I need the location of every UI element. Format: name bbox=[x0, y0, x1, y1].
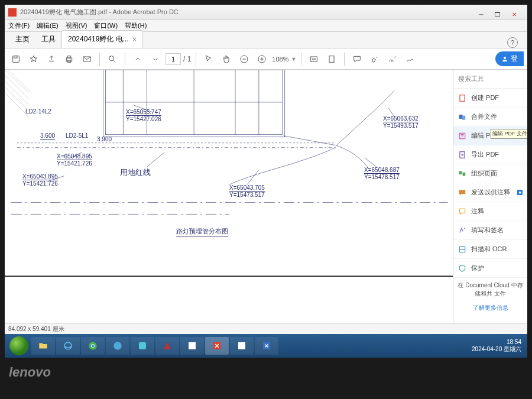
tool-send-comments[interactable]: 发送以供注释● bbox=[453, 183, 527, 202]
tool-scan-ocr[interactable]: 扫描和 OCR bbox=[453, 240, 527, 259]
tabbar: 主页 工具 20240419孵化 电... × ? bbox=[5, 32, 527, 48]
taskbar-acrobat[interactable] bbox=[205, 337, 229, 355]
tab-document[interactable]: 20240419孵化 电... × bbox=[61, 30, 143, 48]
dim-3900: 3.900 bbox=[97, 136, 112, 142]
coord3-x: X=65043.895 bbox=[22, 173, 58, 180]
learn-more-link[interactable]: 了解更多信息 bbox=[453, 301, 527, 314]
page-indicator: / 1 bbox=[166, 53, 191, 65]
svg-point-45 bbox=[92, 345, 95, 348]
tab-tools[interactable]: 工具 bbox=[35, 31, 61, 48]
zoom-level: 108% bbox=[272, 56, 288, 63]
page-down-icon[interactable] bbox=[148, 51, 163, 67]
tool-create-pdf[interactable]: 创建 PDF bbox=[453, 89, 527, 108]
svg-point-11 bbox=[504, 57, 506, 59]
menu-window[interactable]: 窗口(W) bbox=[94, 21, 118, 30]
svg-line-28 bbox=[5, 70, 29, 93]
tools-search[interactable]: 搜索工具 bbox=[453, 70, 527, 89]
sign-icon[interactable] bbox=[385, 51, 400, 67]
tool-comment[interactable]: 注释 bbox=[453, 202, 527, 221]
laptop-brand: lenovo bbox=[9, 365, 51, 380]
tab-home[interactable]: 主页 bbox=[9, 31, 35, 48]
menu-edit[interactable]: 编辑(E) bbox=[37, 21, 59, 30]
svg-point-6 bbox=[109, 56, 114, 60]
menu-view[interactable]: 视图(V) bbox=[66, 21, 87, 30]
tool-edit-pdf[interactable]: 编辑 PDF 编辑 PDF 文件中的文 bbox=[453, 126, 527, 145]
pdf-doc-icon bbox=[8, 8, 17, 17]
system-tray[interactable]: 18:54 2024-04-20 星期六 bbox=[472, 339, 525, 353]
minimize-button[interactable]: ─ bbox=[473, 9, 489, 20]
zoom-in-icon[interactable] bbox=[254, 51, 270, 67]
help-icon[interactable]: ? bbox=[507, 37, 518, 48]
taskbar-app4[interactable] bbox=[230, 337, 254, 355]
highlight-icon[interactable] bbox=[367, 51, 382, 67]
taskbar-autocad[interactable] bbox=[155, 337, 179, 355]
pdf-status-bar: 84.092 x 59.401 厘米 bbox=[5, 323, 527, 334]
svg-line-25 bbox=[365, 158, 377, 167]
save-icon[interactable] bbox=[8, 51, 24, 67]
svg-rect-10 bbox=[329, 56, 334, 62]
taskbar-app2[interactable] bbox=[131, 337, 154, 355]
coord1-y: Y=15427.026 bbox=[126, 116, 161, 122]
taskbar-app1[interactable] bbox=[106, 337, 129, 355]
toolbar: / 1 108% ▼ 登 bbox=[5, 48, 527, 70]
svg-rect-39 bbox=[459, 171, 462, 174]
maximize-button[interactable]: 🗖 bbox=[489, 9, 506, 20]
page-total: / 1 bbox=[183, 55, 191, 63]
taskbar-chrome[interactable] bbox=[81, 337, 105, 355]
coord1-x: X=65055.747 bbox=[126, 109, 161, 116]
titlebar: 20240419孵化 电气施工图.pdf - Adobe Acrobat Pro… bbox=[5, 5, 527, 20]
label-ld2-5l1: LD2-5L1 bbox=[66, 132, 88, 139]
taskbar-app3[interactable] bbox=[180, 337, 204, 355]
window-title: 20240419孵化 电气施工图.pdf - Adobe Acrobat Pro… bbox=[20, 8, 179, 17]
start-button[interactable] bbox=[7, 336, 31, 356]
svg-rect-50 bbox=[238, 342, 245, 349]
page-up-icon[interactable] bbox=[130, 51, 145, 67]
coord4-x: X=65043.705 bbox=[229, 184, 265, 192]
tab-document-label: 20240419孵化 电... bbox=[68, 34, 129, 44]
zoom-out-icon[interactable] bbox=[236, 51, 252, 67]
fit-width-icon[interactable] bbox=[306, 51, 322, 67]
mail-icon[interactable] bbox=[79, 51, 95, 67]
svg-rect-2 bbox=[66, 58, 72, 61]
print-icon[interactable] bbox=[61, 51, 77, 67]
coord6-y: Y=15493.517 bbox=[383, 122, 419, 129]
comment-icon[interactable] bbox=[349, 51, 365, 67]
menu-file[interactable]: 文件(F) bbox=[8, 21, 30, 30]
tool-protect[interactable]: 保护 bbox=[453, 259, 527, 278]
svg-rect-36 bbox=[462, 115, 465, 119]
document-viewport[interactable]: LD2-14L2 3.600 LD2-5L1 3.900 X=65055.747… bbox=[5, 70, 453, 323]
hand-icon[interactable] bbox=[219, 51, 234, 67]
drawing-title: 路灯预埋管分布图 bbox=[176, 227, 228, 236]
page-current-input[interactable] bbox=[166, 53, 181, 65]
svg-rect-3 bbox=[67, 56, 70, 57]
taskbar-explorer[interactable] bbox=[31, 337, 55, 355]
tab-close-icon[interactable]: × bbox=[132, 35, 137, 44]
coord2-x: X=65048.895 bbox=[57, 153, 92, 160]
coord5-y: Y=15478.517 bbox=[364, 174, 400, 180]
signin-button[interactable]: 登 bbox=[495, 51, 524, 66]
tool-export-pdf[interactable]: 导出 PDF bbox=[453, 145, 527, 164]
dim-3600: 3.600 bbox=[40, 132, 55, 140]
tool-organize[interactable]: 组织页面 bbox=[453, 164, 527, 183]
svg-point-46 bbox=[113, 342, 122, 350]
fit-page-icon[interactable] bbox=[324, 51, 339, 67]
windows-orb-icon bbox=[9, 336, 28, 355]
label-ld2-14l2: LD2-14L2 bbox=[25, 108, 51, 115]
select-icon[interactable] bbox=[201, 51, 216, 67]
taskbar-app5[interactable] bbox=[255, 337, 278, 355]
coord4-y: Y=15473.517 bbox=[229, 192, 265, 198]
svg-line-30 bbox=[5, 82, 29, 105]
tool-combine[interactable]: 合并文件 bbox=[453, 108, 527, 126]
side-footer-text: 在 Document Cloud 中存储和共 文件 bbox=[453, 278, 527, 301]
window-controls: ─ 🗖 ✕ bbox=[473, 9, 523, 20]
stamp-icon[interactable] bbox=[403, 51, 418, 67]
svg-line-33 bbox=[8, 70, 32, 93]
close-button[interactable]: ✕ bbox=[506, 9, 523, 20]
upload-icon[interactable] bbox=[44, 51, 59, 67]
taskbar-ie[interactable] bbox=[56, 337, 80, 355]
search-icon[interactable] bbox=[105, 51, 120, 67]
star-icon[interactable] bbox=[26, 51, 41, 67]
tool-fill-sign[interactable]: 填写和签名 bbox=[453, 221, 527, 240]
svg-line-31 bbox=[5, 87, 29, 111]
menu-help[interactable]: 帮助(H) bbox=[125, 21, 147, 30]
